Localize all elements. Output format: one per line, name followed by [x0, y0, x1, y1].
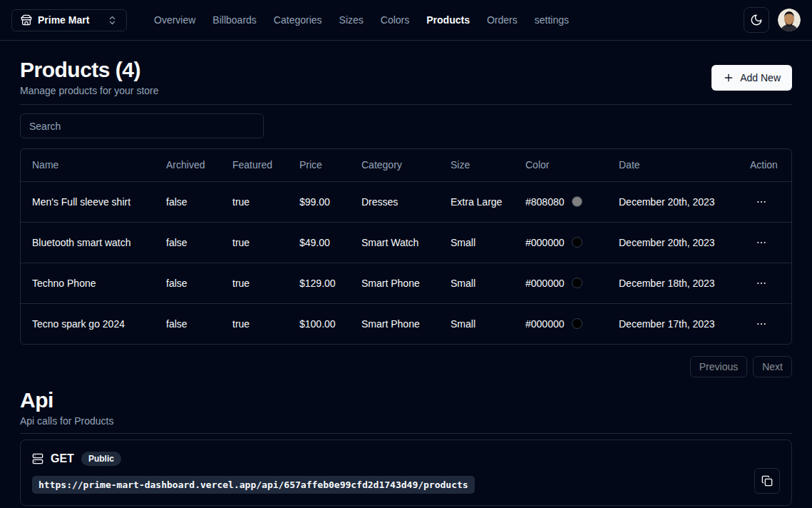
separator — [20, 104, 792, 105]
cell-price: $99.00 — [288, 181, 350, 222]
color-swatch — [572, 196, 582, 207]
theme-toggle-button[interactable] — [744, 7, 769, 33]
cell-name: Men's Full sleeve shirt — [21, 181, 155, 222]
search-input[interactable] — [20, 113, 264, 138]
cell-featured: true — [221, 222, 288, 263]
api-access-badge: Public — [81, 452, 121, 466]
cell-category: Dresses — [350, 181, 439, 222]
cell-date: December 18th, 2023 — [607, 263, 739, 303]
col-header-date: Date — [607, 149, 739, 181]
cell-name: Tecno spark go 2024 — [21, 303, 155, 344]
cell-name: Techno Phone — [21, 263, 155, 303]
pagination: Previous Next — [20, 356, 792, 377]
row-actions-button[interactable] — [750, 313, 773, 335]
row-actions-button[interactable] — [750, 231, 773, 254]
col-header-action: Action — [739, 149, 791, 181]
cell-price: $49.00 — [288, 222, 350, 263]
products-table: Name Archived Featured Price Category Si… — [20, 148, 792, 345]
cell-color: #808080 — [514, 181, 607, 222]
previous-page-button[interactable]: Previous — [690, 356, 747, 377]
cell-category: Smart Phone — [350, 303, 439, 344]
cell-date: December 20th, 2023 — [607, 222, 739, 263]
api-url: https://prime-mart-dashboard.vercel.app/… — [32, 476, 475, 494]
add-new-button[interactable]: Add New — [711, 65, 792, 91]
nav-item-colors[interactable]: Colors — [381, 14, 409, 26]
col-header-featured: Featured — [221, 149, 288, 181]
main-nav: Overview Billboards Categories Sizes Col… — [154, 14, 569, 26]
nav-item-categories[interactable]: Categories — [274, 14, 322, 26]
row-actions-button[interactable] — [750, 272, 773, 295]
cell-action — [739, 222, 791, 263]
cell-category: Smart Watch — [350, 222, 439, 263]
color-hex: #000000 — [525, 278, 565, 289]
cell-size: Extra Large — [439, 181, 514, 222]
table-row: Tecno spark go 2024 false true $100.00 S… — [21, 303, 791, 344]
user-avatar[interactable] — [778, 9, 801, 31]
api-title: Api — [20, 389, 792, 412]
table-row: Techno Phone false true $129.00 Smart Ph… — [21, 263, 791, 303]
server-icon — [32, 453, 43, 464]
cell-price: $100.00 — [288, 303, 350, 344]
more-horizontal-icon — [756, 196, 767, 208]
cell-action — [739, 181, 791, 222]
api-call-card: GET Public https://prime-mart-dashboard.… — [20, 440, 792, 506]
nav-item-sizes[interactable]: Sizes — [339, 14, 364, 26]
cell-featured: true — [221, 263, 288, 303]
color-hex: #000000 — [525, 318, 565, 330]
col-header-price: Price — [288, 149, 350, 181]
cell-date: December 20th, 2023 — [607, 181, 739, 222]
col-header-name: Name — [21, 149, 155, 181]
next-page-button[interactable]: Next — [753, 356, 792, 377]
nav-item-overview[interactable]: Overview — [154, 14, 195, 26]
more-horizontal-icon — [756, 318, 767, 330]
cell-size: Small — [439, 303, 514, 344]
cell-price: $129.00 — [288, 263, 350, 303]
cell-size: Small — [439, 222, 514, 263]
color-swatch — [572, 237, 582, 248]
col-header-category: Category — [350, 149, 439, 181]
color-swatch — [572, 278, 582, 288]
cell-size: Small — [439, 263, 514, 303]
cell-featured: true — [221, 303, 288, 344]
cell-color: #000000 — [514, 303, 607, 344]
cell-date: December 17th, 2023 — [607, 303, 739, 344]
nav-item-settings[interactable]: settings — [535, 14, 569, 26]
moon-icon — [750, 14, 763, 26]
more-horizontal-icon — [756, 237, 767, 248]
store-switcher[interactable]: Prime Mart — [11, 9, 127, 31]
cell-color: #000000 — [514, 263, 607, 303]
row-actions-button[interactable] — [750, 190, 773, 213]
cell-archived: false — [155, 303, 221, 344]
api-subtitle: Api calls for Products — [20, 415, 792, 427]
cell-name: Bluetooth smart watch — [21, 222, 155, 263]
copy-url-button[interactable] — [754, 468, 780, 494]
table-header-row: Name Archived Featured Price Category Si… — [21, 149, 791, 181]
chevrons-up-down-icon — [107, 15, 118, 26]
cell-action — [739, 303, 791, 344]
api-method: GET — [51, 452, 74, 465]
cell-action — [739, 263, 791, 303]
cell-archived: false — [155, 263, 221, 303]
main-content: Products (4) Manage products for your st… — [0, 41, 812, 508]
nav-item-billboards[interactable]: Billboards — [212, 14, 256, 26]
cell-category: Smart Phone — [350, 263, 439, 303]
add-new-label: Add New — [740, 72, 781, 83]
col-header-archived: Archived — [155, 149, 221, 181]
col-header-color: Color — [514, 149, 607, 181]
copy-icon — [761, 475, 773, 487]
plus-icon — [723, 72, 734, 83]
cell-archived: false — [155, 222, 221, 263]
more-horizontal-icon — [756, 278, 767, 289]
store-switcher-label: Prime Mart — [38, 14, 89, 26]
table-row: Bluetooth smart watch false true $49.00 … — [21, 222, 791, 263]
separator — [20, 433, 792, 434]
table-row: Men's Full sleeve shirt false true $99.0… — [21, 181, 791, 222]
cell-featured: true — [221, 181, 288, 222]
page-subtitle: Manage products for your store — [20, 84, 159, 97]
navbar: Prime Mart Overview Billboards Categorie… — [0, 0, 812, 41]
cell-archived: false — [155, 181, 221, 222]
nav-item-orders[interactable]: Orders — [487, 14, 518, 26]
color-hex: #000000 — [525, 237, 565, 248]
col-header-size: Size — [439, 149, 514, 181]
nav-item-products[interactable]: Products — [426, 14, 470, 26]
